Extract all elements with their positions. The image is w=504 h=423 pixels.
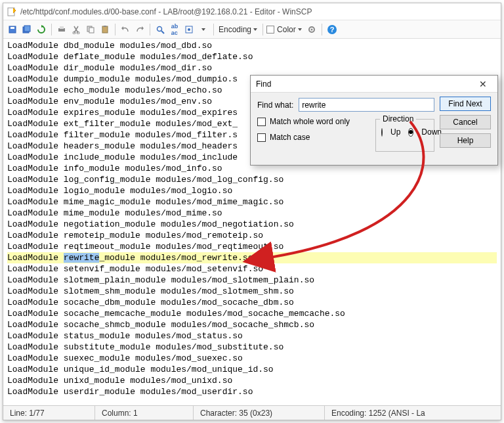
find-dialog-titlebar: Find ✕ — [251, 76, 497, 93]
statusbar: Line: 1/77 Column: 1 Character: 35 (0x23… — [3, 405, 501, 420]
redo-icon[interactable] — [133, 23, 146, 36]
match-whole-word-label: Match whole word only — [270, 117, 350, 126]
find-what-label: Find what: — [257, 100, 293, 110]
save-all-icon[interactable] — [20, 23, 33, 36]
editor-line[interactable]: LoadModule slotmem_plain_module modules/… — [7, 275, 497, 286]
status-encoding: Encoding: 1252 (ANSI - La — [325, 406, 501, 420]
toolbar: abac Encoding Color ? — [3, 20, 501, 39]
editor-line[interactable]: LoadModule suexec_module modules/mod_sue… — [7, 353, 497, 364]
find-next-button[interactable]: Find Next — [440, 97, 491, 111]
match-whole-word-checkbox[interactable] — [257, 118, 266, 126]
editor-line[interactable]: LoadModule mime_module modules/mod_mime.… — [7, 208, 497, 219]
help-button[interactable]: Help — [440, 133, 491, 148]
editor-line[interactable]: LoadModule remoteip_module modules/mod_r… — [7, 230, 497, 241]
svg-rect-2 — [10, 27, 14, 29]
cancel-button[interactable]: Cancel — [440, 115, 491, 129]
editor-line[interactable]: LoadModule setenvif_module modules/mod_s… — [7, 263, 497, 275]
svg-text:?: ? — [329, 26, 334, 33]
editor-line[interactable]: LoadModule unique_id_module modules/mod_… — [7, 364, 497, 375]
editor-line[interactable]: LoadModule dir_module modules/mod_dir.so — [7, 62, 497, 74]
editor-line[interactable]: LoadModule log_config_module modules/mod… — [7, 174, 497, 185]
editor-line[interactable]: LoadModule logio_module modules/mod_logi… — [7, 185, 497, 196]
editor-line[interactable]: LoadModule userdir_module modules/mod_us… — [7, 386, 497, 397]
direction-legend: Direction — [380, 114, 416, 123]
svg-point-18 — [310, 28, 312, 30]
svg-rect-10 — [89, 28, 94, 33]
svg-line-14 — [161, 31, 164, 33]
direction-up-label: Up — [390, 127, 400, 137]
find-input[interactable] — [299, 98, 434, 112]
editor-line[interactable]: LoadModule status_module modules/mod_sta… — [7, 330, 497, 342]
encoding-menu[interactable]: Encoding — [217, 25, 259, 34]
status-character: Character: 35 (0x23) — [194, 406, 325, 420]
editor-line[interactable]: LoadModule socache_dbm_module modules/mo… — [7, 297, 497, 308]
titlebar: /etc/httpd/conf.modules.d/00-base.conf -… — [3, 3, 501, 20]
editor-window: /etc/httpd/conf.modules.d/00-base.conf -… — [3, 3, 501, 420]
color-menu[interactable]: Color — [276, 25, 304, 34]
find-icon[interactable] — [154, 23, 167, 36]
editor-line[interactable]: LoadModule dbd_module modules/mod_dbd.so — [7, 40, 497, 51]
direction-down-label: Down — [421, 127, 442, 137]
editor-line[interactable]: LoadModule slotmem_shm_module modules/mo… — [7, 286, 497, 297]
help-icon[interactable]: ? — [326, 23, 339, 36]
direction-up-radio[interactable] — [381, 128, 383, 137]
replace-icon[interactable]: abac — [168, 23, 181, 36]
direction-group: Direction Up Down — [375, 119, 434, 152]
dropdown-icon[interactable] — [197, 23, 210, 36]
match-case-label: Match case — [270, 133, 310, 142]
svg-point-16 — [188, 28, 190, 31]
paste-icon[interactable] — [98, 23, 112, 36]
svg-rect-4 — [24, 26, 30, 32]
svg-rect-11 — [102, 26, 108, 33]
svg-rect-12 — [104, 26, 106, 27]
editor-line[interactable]: LoadModule reqtimeout_module modules/mod… — [7, 241, 497, 252]
color-checkbox[interactable] — [266, 26, 274, 33]
undo-icon[interactable] — [119, 23, 132, 36]
svg-rect-6 — [60, 26, 64, 29]
settings-icon[interactable] — [305, 23, 318, 36]
editor-line[interactable]: LoadModule mime_magic_module modules/mod… — [7, 196, 497, 208]
close-icon[interactable]: ✕ — [474, 78, 492, 91]
window-title: /etc/httpd/conf.modules.d/00-base.conf -… — [20, 7, 312, 16]
find-dialog-title: Find — [256, 79, 271, 89]
direction-down-radio[interactable] — [408, 128, 413, 137]
status-column: Column: 1 — [95, 406, 194, 420]
editor-line[interactable]: LoadModule substitute_module modules/mod… — [7, 342, 497, 353]
editor-line[interactable]: LoadModule unixd_module modules/mod_unix… — [7, 375, 497, 386]
app-icon — [7, 7, 16, 16]
editor-line[interactable]: LoadModule negotiation_module modules/mo… — [7, 219, 497, 230]
editor-line[interactable]: LoadModule rewrite_module modules/mod_re… — [7, 252, 497, 263]
reload-icon[interactable] — [35, 23, 48, 36]
find-dialog: Find ✕ Find what: Match whole word only … — [250, 75, 498, 166]
match-case-checkbox[interactable] — [257, 133, 266, 142]
goto-icon[interactable] — [182, 23, 196, 36]
copy-icon[interactable] — [84, 23, 97, 36]
status-line: Line: 1/77 — [3, 406, 95, 420]
print-icon[interactable] — [55, 23, 68, 36]
editor-line[interactable]: LoadModule deflate_module modules/mod_de… — [7, 51, 497, 62]
editor-line[interactable]: LoadModule socache_shmcb_module modules/… — [7, 319, 497, 330]
save-icon[interactable] — [6, 23, 19, 36]
editor-line[interactable]: LoadModule socache_memcache_module modul… — [7, 308, 497, 319]
cut-icon[interactable] — [70, 23, 83, 36]
svg-point-13 — [158, 26, 162, 31]
